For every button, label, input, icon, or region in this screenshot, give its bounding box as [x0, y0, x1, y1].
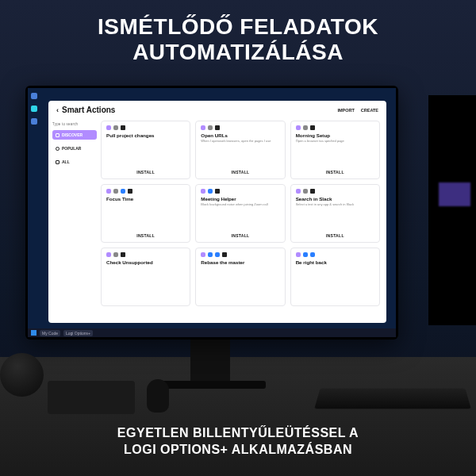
windows-taskbar[interactable]: My Code Logi Options+ — [28, 328, 396, 337]
sidebar-item-all[interactable]: ALL — [52, 157, 97, 167]
card-title: Search in Slack — [296, 196, 374, 202]
card-title: Rebase the master — [201, 259, 279, 265]
card-subtitle: Select a text in any app & search in Sla… — [296, 203, 374, 207]
footer-line-2: LOGI OPTIONS+ ALKALMAZÁSBAN — [0, 441, 476, 459]
app-header-actions: IMPORT CREATE — [337, 108, 378, 113]
action-card[interactable]: Pull project changes INSTALL — [101, 121, 190, 179]
desktop-icon[interactable] — [31, 106, 37, 112]
app-body: Type to search DISCOVER POPULAR ALL — [48, 117, 386, 323]
action-card[interactable]: Check Unsupported — [101, 248, 190, 306]
mouse — [147, 379, 169, 413]
app-title: ‹ Smart Actions — [56, 106, 115, 114]
desk-device — [48, 381, 135, 414]
search-input[interactable]: Type to search — [52, 122, 97, 126]
taskbar-item[interactable]: My Code — [40, 330, 60, 336]
taskbar-item[interactable]: Logi Options+ — [63, 330, 93, 336]
card-app-icons — [296, 125, 374, 130]
app-title-label: Smart Actions — [62, 106, 115, 114]
card-app-icons — [106, 252, 185, 257]
sidebar-item-discover[interactable]: DISCOVER — [52, 130, 97, 140]
headline-line-1: ISMÉTLŐDŐ FELADATOK — [0, 14, 476, 40]
monitor-stand-base — [155, 381, 266, 389]
secondary-monitor — [428, 95, 476, 325]
install-button[interactable]: INSTALL — [136, 168, 155, 175]
card-app-icons — [296, 252, 374, 257]
action-card[interactable]: Focus Time INSTALL — [101, 184, 190, 243]
card-app-icons — [106, 125, 185, 130]
import-button[interactable]: IMPORT — [337, 108, 354, 113]
actions-grid: Pull project changes INSTALL Open URLs W… — [101, 117, 386, 323]
card-app-icons — [296, 189, 374, 194]
sidebar: Type to search DISCOVER POPULAR ALL — [48, 117, 101, 323]
footer-caption: EGYETLEN BILLENTYŰLEÜTÉSSEL A LOGI OPTIO… — [0, 424, 476, 459]
install-button[interactable]: INSTALL — [232, 232, 250, 239]
desktop-icon[interactable] — [31, 118, 37, 125]
logi-options-window: ‹ Smart Actions IMPORT CREATE Type to se… — [48, 101, 386, 323]
start-button[interactable] — [31, 330, 36, 336]
action-card[interactable]: Be right back — [290, 248, 380, 306]
card-title: Focus Time — [106, 196, 185, 202]
headline-line-2: AUTOMATIZÁLÁSA — [0, 40, 476, 65]
card-app-icons — [201, 189, 279, 194]
sidebar-item-label: DISCOVER — [62, 132, 83, 137]
footer-line-1: EGYETLEN BILLENTYŰLEÜTÉSSEL A — [0, 424, 476, 442]
desktop-icon[interactable] — [31, 93, 37, 99]
action-card[interactable]: Search in Slack Select a text in any app… — [290, 184, 380, 243]
create-button[interactable]: CREATE — [361, 108, 378, 113]
card-app-icons — [201, 252, 279, 257]
card-title: Check Unsupported — [106, 259, 185, 265]
sidebar-item-popular[interactable]: POPULAR — [52, 144, 97, 153]
action-card[interactable]: Meeting Helper Block background noise wh… — [195, 184, 285, 243]
install-button[interactable]: INSTALL — [326, 168, 344, 175]
action-card[interactable]: Morning Setup Open a browser toa specfie… — [290, 121, 380, 179]
install-button[interactable]: INSTALL — [232, 168, 250, 175]
card-app-icons — [106, 189, 185, 194]
card-title: Morning Setup — [296, 132, 374, 138]
action-card[interactable]: Rebase the master — [195, 248, 285, 306]
sidebar-item-label: ALL — [62, 159, 70, 164]
desktop-screen: ‹ Smart Actions IMPORT CREATE Type to se… — [28, 88, 396, 337]
card-title: Pull project changes — [106, 132, 185, 138]
card-title: Be right back — [296, 259, 374, 265]
install-button[interactable]: INSTALL — [136, 232, 155, 239]
app-header: ‹ Smart Actions IMPORT CREATE — [48, 101, 386, 117]
square-icon — [56, 160, 60, 164]
action-card[interactable]: Open URLs When I openwork browsers, open… — [195, 121, 285, 179]
card-subtitle: Open a browser toa specfied page — [296, 140, 374, 144]
desktop-icons — [31, 93, 37, 125]
circle-icon — [56, 147, 60, 151]
primary-monitor: ‹ Smart Actions IMPORT CREATE Type to se… — [25, 86, 398, 340]
card-title: Meeting Helper — [201, 196, 279, 202]
install-button[interactable]: INSTALL — [326, 232, 344, 239]
card-subtitle: Block background noise when joining Zoom… — [201, 203, 279, 207]
card-app-icons — [201, 125, 279, 130]
back-icon[interactable]: ‹ — [56, 106, 59, 114]
sidebar-item-label: POPULAR — [62, 146, 81, 151]
card-subtitle: When I openwork browsers, open the pages… — [201, 140, 279, 144]
square-icon — [56, 133, 60, 137]
keyboard — [314, 389, 471, 409]
webcam-dock — [0, 353, 44, 397]
headline: ISMÉTLŐDŐ FELADATOK AUTOMATIZÁLÁSA — [0, 14, 476, 65]
card-title: Open URLs — [201, 132, 279, 138]
